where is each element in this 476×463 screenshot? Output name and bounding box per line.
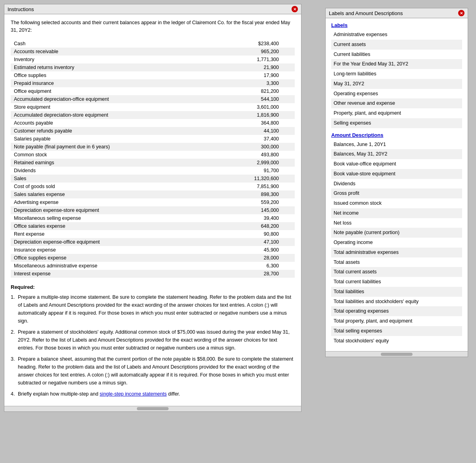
list-item: Total current liabilities [331,277,462,287]
table-row: Accounts receivable965,200 [11,48,295,56]
required-item: Briefly explain how multiple-step and si… [11,390,295,398]
account-name: Note payable (final payment due in 6 yea… [11,143,209,151]
amount-descriptions-list: Balances, June 1, 20Y1Balances, May 31, … [331,140,462,346]
labels-scrollbar[interactable] [326,351,468,357]
table-row: Estimated returns inventory21,900 [11,63,295,71]
table-row: Insurance expense45,900 [11,246,295,254]
account-amount: 1,816,900 [209,111,295,119]
account-name: Depreciation expense-store equipment [11,206,209,214]
table-row: Salaries payable37,400 [11,135,295,143]
table-row: Prepaid insurance3,300 [11,79,295,87]
table-row: Common stock493,800 [11,151,295,159]
required-section: Required: Prepare a multiple-step income… [11,284,295,398]
account-amount: 90,800 [209,230,295,238]
account-amount: 145,000 [209,206,295,214]
account-name: Accumulated depreciation-store equipment [11,111,209,119]
account-name: Cash [11,40,209,48]
account-name: Store equipment [11,103,209,111]
account-amount: 364,800 [209,119,295,127]
table-row: Dividends91,700 [11,167,295,175]
account-amount: 44,100 [209,127,295,135]
list-item: Long-term liabilities [331,69,462,79]
account-amount: 17,900 [209,71,295,79]
intro-text: The following selected accounts and thei… [11,19,295,34]
account-name: Office salaries expense [11,222,209,230]
table-row: Office salaries expense648,200 [11,222,295,230]
labels-scrollbar-thumb [381,353,413,356]
list-item: Balances, June 1, 20Y1 [331,140,462,150]
account-name: Cost of goods sold [11,183,209,190]
list-item: Total current assets [331,267,462,277]
account-amount: 1,771,300 [209,56,295,63]
labels-close-button[interactable]: ✕ [458,10,464,16]
account-amount: 28,700 [209,270,295,278]
list-item: Balances, May 31, 20Y2 [331,149,462,159]
account-amount: 21,900 [209,63,295,71]
account-amount: 37,400 [209,135,295,143]
account-amount: 11,320,600 [209,175,295,183]
table-row: Depreciation expense-office equipment47,… [11,238,295,246]
account-name: Insurance expense [11,246,209,254]
list-item: Selling expenses [331,118,462,128]
instructions-scrollbar[interactable] [4,406,301,411]
accounts-table: Cash$238,400Accounts receivable965,200In… [11,40,295,278]
table-row: Depreciation expense-store equipment145,… [11,206,295,214]
account-name: Retained earnings [11,159,209,167]
account-name: Miscellaneous administrative expense [11,262,209,270]
account-name: Prepaid insurance [11,79,209,87]
table-row: Cost of goods sold7,851,900 [11,183,295,190]
list-item: Issued common stock [331,198,462,208]
list-item: Current assets [331,40,462,50]
account-amount: 493,800 [209,151,295,159]
table-row: Rent expense90,800 [11,230,295,238]
account-name: Rent expense [11,230,209,238]
single-step-link[interactable]: single-step income statements [100,391,167,397]
table-row: Retained earnings2,999,000 [11,159,295,167]
list-item: Note payable (current portion) [331,228,462,238]
instructions-titlebar: Instructions ✕ [4,4,301,14]
required-label: Required: [11,284,295,290]
instructions-panel: Instructions ✕ The following selected ac… [4,4,301,412]
list-item: Gross profit [331,188,462,198]
table-row: Accumulated depreciation-store equipment… [11,111,295,119]
table-row: Advertising expense559,200 [11,198,295,206]
list-item: Net loss [331,218,462,228]
account-name: Interest expense [11,270,209,278]
list-item: Current liabilities [331,50,462,60]
account-amount: 47,100 [209,238,295,246]
list-item: Total administrative expenses [331,248,462,257]
account-name: Office equipment [11,87,209,95]
list-item: Total assets [331,257,462,267]
instructions-close-button[interactable]: ✕ [292,6,298,12]
account-amount: 39,400 [209,214,295,222]
account-name: Common stock [11,151,209,159]
table-row: Accumulated depreciation-office equipmen… [11,95,295,103]
required-item: Prepare a statement of stockholders' equ… [11,328,295,352]
list-item: Other revenue and expense [331,98,462,108]
instructions-scrollbar-thumb [137,407,169,410]
table-row: Miscellaneous selling expense39,400 [11,214,295,222]
table-row: Accounts payable364,800 [11,119,295,127]
list-item: Net income [331,208,462,218]
account-name: Office supplies expense [11,254,209,262]
account-amount: 559,200 [209,198,295,206]
account-amount: 3,300 [209,79,295,87]
instructions-content: The following selected accounts and thei… [4,14,301,406]
list-item: Dividends [331,179,462,189]
account-name: Inventory [11,56,209,63]
table-row: Sales salaries expense898,300 [11,190,295,198]
amount-descriptions-heading: Amount Descriptions [331,132,462,138]
account-name: Customer refunds payable [11,127,209,135]
account-amount: 898,300 [209,190,295,198]
labels-panel: Labels and Amount Descriptions ✕ Labels … [325,8,468,357]
list-item: Property, plant, and equipment [331,108,462,118]
labels-content[interactable]: Labels Administrative expensesCurrent as… [326,18,468,351]
account-name: Office supplies [11,71,209,79]
list-item: Total liabilities and stockholders' equi… [331,297,462,307]
account-name: Accounts payable [11,119,209,127]
account-name: Estimated returns inventory [11,63,209,71]
list-item: Book value-store equipment [331,169,462,179]
labels-title: Labels and Amount Descriptions [329,10,403,16]
labels-heading: Labels [331,22,462,28]
account-amount: 91,700 [209,167,295,175]
